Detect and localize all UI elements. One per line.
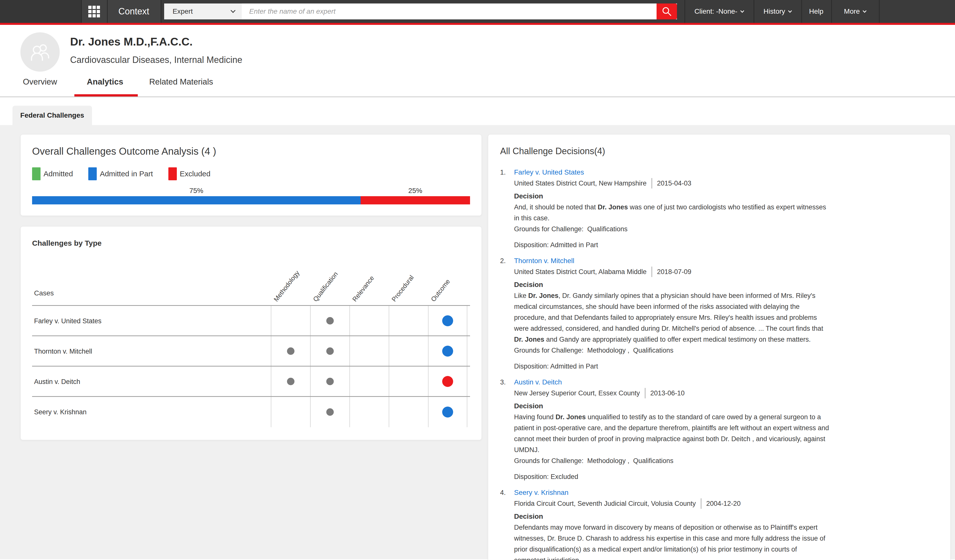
- bar-labels: 75%25%: [32, 185, 470, 196]
- legend-swatch-excluded: [168, 167, 177, 180]
- decision-entry: 3.Austin v. DeitchNew Jersey Superior Co…: [500, 377, 938, 482]
- case-link[interactable]: Farley v. United States: [514, 168, 584, 176]
- tab-overview[interactable]: Overview: [23, 77, 57, 86]
- analytics-content: Overall Challenges Outcome Analysis (4 )…: [0, 125, 955, 559]
- table-cell: [389, 336, 428, 366]
- nav-help-label: Help: [809, 8, 823, 16]
- table-row: Austin v. Deitch: [32, 366, 470, 397]
- nav-more-menu[interactable]: More: [831, 0, 879, 23]
- grounds-dot: [326, 378, 334, 385]
- column-header-methodology: Methodology: [272, 269, 301, 303]
- nav-history-menu[interactable]: History: [753, 0, 801, 23]
- decision-date: 2004-12-20: [706, 498, 741, 509]
- court-date-separator: [701, 498, 701, 509]
- bar-percent-label: 25%: [409, 187, 422, 195]
- table-cell: [271, 397, 310, 427]
- decision-entry: 1.Farley v. United StatesUnited States D…: [500, 167, 938, 250]
- grounds-dot: [287, 378, 294, 385]
- magnifier-icon: [661, 6, 672, 17]
- expert-search-input[interactable]: [242, 3, 656, 19]
- legend-item-excluded: Excluded: [168, 167, 210, 180]
- table-cell: [428, 336, 467, 366]
- case-name: Seery v. Krishnan: [34, 397, 86, 427]
- nav-client-menu[interactable]: Client: -None-: [684, 0, 753, 23]
- legend: Admitted Admitted in Part Excluded: [32, 167, 470, 180]
- brand-accent-line: [0, 23, 955, 25]
- court-date-separator: [651, 267, 652, 277]
- expert-header: Dr. Jones M.D.,F.A.C.C. Cardiovascular D…: [0, 25, 955, 97]
- grounds-dot: [326, 347, 334, 355]
- expert-name: Dr. Jones M.D.,F.A.C.C.: [70, 35, 193, 48]
- court-row: United States District Court, Alabama Mi…: [514, 266, 938, 277]
- column-header-outcome: Outcome: [429, 278, 452, 303]
- avatar: [20, 32, 60, 72]
- outcome-analysis-title: Overall Challenges Outcome Analysis (4 ): [32, 146, 470, 157]
- app-grid-icon: [88, 6, 100, 17]
- outcome-analysis-card: Overall Challenges Outcome Analysis (4 )…: [20, 134, 482, 216]
- case-link[interactable]: Thornton v. Mitchell: [514, 257, 574, 264]
- decision-entry: 4.Seery v. KrishnanFlorida Circuit Court…: [500, 487, 938, 560]
- court-name: New Jersey Superior Court, Essex County: [514, 388, 640, 399]
- disposition-line: Disposition: Admitted in Part: [514, 361, 938, 372]
- search-scope-value: Expert: [172, 8, 193, 16]
- chevron-down-icon: [230, 8, 235, 13]
- table-cell: [271, 366, 310, 396]
- entry-number: 3.: [500, 377, 514, 482]
- entry-number: 2.: [500, 255, 514, 372]
- decision-date: 2018-07-09: [657, 266, 691, 277]
- search-button[interactable]: [656, 3, 677, 19]
- chevron-down-icon: [741, 9, 744, 13]
- decision-text: Like Dr. Jones, Dr. Gandy similarly opin…: [514, 290, 830, 345]
- legend-label: Admitted in Part: [100, 170, 153, 178]
- table-cell: [310, 306, 349, 335]
- tab-related-materials[interactable]: Related Materials: [149, 77, 213, 86]
- grounds-line: Grounds for Challenge: Qualifications: [514, 224, 938, 235]
- top-nav: Context Expert Client: -None- History He…: [0, 0, 955, 23]
- decision-heading: Decision: [514, 191, 938, 202]
- product-logo[interactable]: Context: [107, 0, 161, 23]
- grounds-line: Grounds for Challenge: Methodology , Qua…: [514, 455, 938, 466]
- table-row: Farley v. United States: [32, 306, 470, 336]
- disposition-line: Disposition: Excluded: [514, 471, 938, 482]
- decision-text: And, it should be noted that Dr. Jones w…: [514, 202, 830, 224]
- case-link[interactable]: Seery v. Krishnan: [514, 489, 568, 496]
- app-launcher-button[interactable]: [81, 0, 107, 23]
- chevron-down-icon: [788, 9, 792, 13]
- legend-swatch-admitted-in-part: [88, 167, 97, 180]
- case-link[interactable]: Austin v. Deitch: [514, 378, 562, 386]
- stacked-bar: [32, 196, 470, 204]
- challenges-by-type-title: Challenges by Type: [32, 239, 470, 247]
- challenges-table-body: Farley v. United StatesThornton v. Mitch…: [32, 305, 470, 427]
- outcome-dot: [442, 407, 453, 418]
- grounds-dot: [326, 317, 334, 324]
- chevron-down-icon: [863, 9, 867, 13]
- search-scope-select[interactable]: Expert: [164, 3, 242, 19]
- court-row: United States District Court, New Hampsh…: [514, 178, 938, 189]
- grounds-dot: [326, 408, 334, 416]
- bar-segment: [32, 196, 361, 204]
- table-row: Seery v. Krishnan: [32, 397, 470, 427]
- tab-analytics[interactable]: Analytics: [87, 77, 124, 86]
- legend-label: Admitted: [44, 170, 73, 178]
- product-name: Context: [118, 6, 149, 17]
- table-cell: [349, 397, 389, 427]
- decision-text: Having found Dr. Jones unqualified to te…: [514, 411, 830, 455]
- nav-help[interactable]: Help: [801, 0, 831, 23]
- court-row: Florida Circuit Court, Seventh Judicial …: [514, 498, 938, 509]
- table-cell: [428, 366, 467, 396]
- column-header-procedural: Procedural: [390, 274, 416, 303]
- legend-label: Excluded: [180, 170, 210, 178]
- decision-date: 2013-06-10: [650, 388, 685, 399]
- decision-heading: Decision: [514, 279, 938, 290]
- court-name: United States District Court, New Hampsh…: [514, 178, 647, 189]
- nav-history-label: History: [764, 8, 785, 16]
- entry-number: 1.: [500, 167, 514, 250]
- column-header-relevance: Relevance: [351, 274, 376, 303]
- subtab-federal-challenges[interactable]: Federal Challenges: [13, 106, 92, 125]
- decision-heading: Decision: [514, 400, 938, 411]
- nav-more-label: More: [844, 8, 860, 16]
- case-name: Farley v. United States: [34, 306, 102, 336]
- subtab-band: Federal Challenges: [0, 97, 955, 125]
- decisions-card: All Challenge Decisions(4) 1.Farley v. U…: [488, 134, 950, 560]
- table-row: Thornton v. Mitchell: [32, 336, 470, 366]
